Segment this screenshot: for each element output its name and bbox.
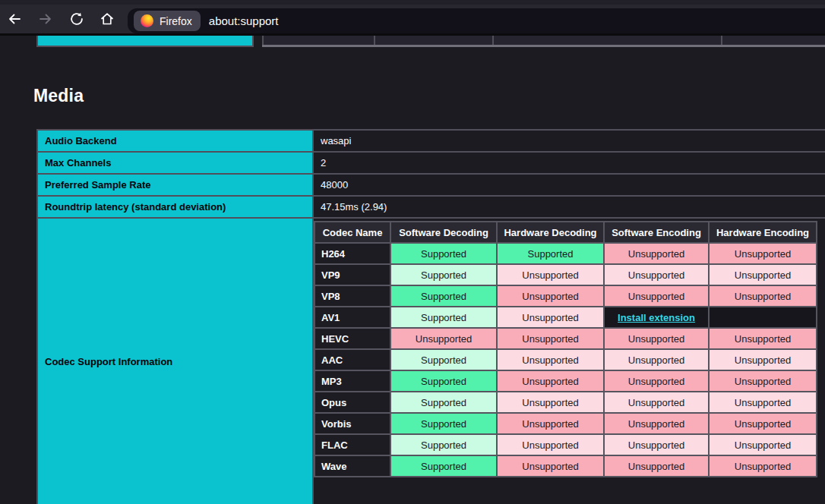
codec-name-cell: FLAC [315, 434, 390, 455]
codec-support-cell: Unsupported [390, 328, 497, 349]
codec-support-cell: Unsupported [709, 392, 817, 413]
codec-support-cell: Unsupported [604, 328, 709, 349]
codec-support-cell: Unsupported [497, 434, 604, 455]
codec-support-cell: Unsupported [604, 413, 709, 434]
codec-support-cell: Supported [497, 243, 604, 264]
media-info-row: Max Channels2 [37, 152, 825, 174]
codec-support-cell: Unsupported [497, 370, 604, 392]
media-info-row: Preferred Sample Rate48000 [37, 174, 825, 196]
previous-table-cell [374, 36, 492, 45]
codec-support-cell [709, 307, 817, 328]
codec-support-cell: Install extension [604, 307, 709, 328]
codec-support-cell: Supported [390, 349, 497, 370]
codec-support-cell: Unsupported [497, 392, 604, 413]
media-info-row: Roundtrip latency (standard deviation)47… [37, 196, 825, 218]
media-info-body: Audio BackendwasapiMax Channels2Preferre… [37, 130, 825, 504]
codec-name-cell: H264 [315, 243, 390, 264]
media-info-label: Roundtrip latency (standard deviation) [37, 196, 313, 218]
codec-name-cell: VP8 [315, 285, 390, 307]
codec-support-cell: Unsupported [709, 243, 817, 264]
codec-name-cell: Vorbis [315, 413, 390, 434]
forward-button[interactable] [34, 8, 57, 30]
previous-table-cell [721, 36, 825, 45]
codec-name-cell: AV1 [315, 307, 390, 328]
codec-support-cell: Supported [390, 264, 497, 285]
search-engine-label: Firefox [160, 15, 192, 27]
reload-button[interactable] [65, 8, 88, 30]
codec-row-flac: FLACSupportedUnsupportedUnsupportedUnsup… [315, 434, 817, 455]
codec-row-mp3: MP3SupportedUnsupportedUnsupportedUnsupp… [315, 370, 817, 392]
codec-support-cell: Unsupported [497, 455, 604, 477]
codec-table-header: Software Decoding [390, 222, 497, 243]
navigation-toolbar: Firefox about:support [0, 5, 825, 33]
home-button[interactable] [96, 8, 119, 30]
media-info-value: 47.15ms (2.94) [313, 196, 825, 218]
codec-row-vorbis: VorbisSupportedUnsupportedUnsupportedUns… [315, 413, 817, 434]
codec-table-header: Software Encoding [604, 222, 709, 243]
codec-row-h264: H264SupportedSupportedUnsupportedUnsuppo… [315, 243, 817, 264]
codec-support-table: Codec NameSoftware DecodingHardware Deco… [314, 221, 817, 477]
forward-arrow-icon [38, 11, 53, 27]
home-icon [100, 11, 115, 27]
codec-support-cell: Unsupported [497, 349, 604, 370]
codec-row-vp9: VP9SupportedUnsupportedUnsupportedUnsupp… [315, 264, 817, 285]
search-engine-chip[interactable]: Firefox [134, 11, 201, 31]
codec-support-cell: Unsupported [604, 455, 709, 477]
codec-support-cell: Unsupported [709, 285, 817, 307]
media-info-label: Max Channels [37, 152, 313, 174]
codec-support-row: Codec Support InformationCodec NameSoftw… [37, 218, 825, 504]
codec-support-cell: Unsupported [604, 370, 709, 392]
codec-support-cell: Unsupported [604, 243, 709, 264]
codec-support-cell: Unsupported [709, 455, 817, 477]
codec-name-cell: Opus [315, 392, 390, 413]
install-extension-link[interactable]: Install extension [618, 312, 695, 323]
codec-name-cell: Wave [315, 455, 390, 477]
codec-support-cell: Unsupported [604, 285, 709, 307]
codec-name-cell: VP9 [315, 264, 390, 285]
codec-name-cell: HEVC [315, 328, 390, 349]
codec-support-cell: Supported [390, 434, 497, 455]
codec-support-cell: Unsupported [709, 434, 817, 455]
codec-support-cell: Unsupported [604, 392, 709, 413]
codec-support-container: Codec NameSoftware DecodingHardware Deco… [313, 218, 825, 504]
codec-support-cell: Unsupported [709, 328, 817, 349]
codec-row-vp8: VP8SupportedUnsupportedUnsupportedUnsupp… [315, 285, 817, 307]
browser-window: Firefox about:support Media Audio Backen… [0, 0, 825, 504]
previous-table-cell [492, 36, 721, 45]
codec-support-label: Codec Support Information [37, 218, 313, 504]
section-heading-media: Media [33, 86, 84, 106]
codec-support-cell: Supported [390, 243, 497, 264]
codec-support-cell: Supported [390, 307, 497, 328]
codec-row-aac: AACSupportedUnsupportedUnsupportedUnsupp… [315, 349, 817, 370]
url-text: about:support [209, 14, 279, 27]
url-bar[interactable]: Firefox about:support [128, 8, 825, 33]
page-content: Media Audio BackendwasapiMax Channels2Pr… [0, 36, 825, 504]
codec-table-header: Codec Name [315, 222, 390, 243]
codec-support-cell: Unsupported [709, 264, 817, 285]
codec-support-cell: Unsupported [709, 370, 817, 392]
codec-support-cell: Unsupported [497, 264, 604, 285]
codec-support-cell: Supported [390, 455, 497, 477]
codec-support-cell: Unsupported [709, 413, 817, 434]
media-info-value: wasapi [313, 130, 825, 152]
media-info-value: 2 [313, 152, 825, 174]
codec-support-cell: Unsupported [497, 328, 604, 349]
back-button[interactable] [3, 8, 26, 30]
codec-row-opus: OpusSupportedUnsupportedUnsupportedUnsup… [315, 392, 817, 413]
codec-table-header: Hardware Encoding [709, 222, 817, 243]
media-info-table: Audio BackendwasapiMax Channels2Preferre… [36, 129, 825, 504]
codec-support-cell: Unsupported [604, 434, 709, 455]
codec-table-header-row: Codec NameSoftware DecodingHardware Deco… [315, 222, 817, 243]
previous-table-fragment-cells [262, 36, 825, 47]
previous-table-fragment-header [36, 36, 254, 47]
codec-support-cell: Unsupported [497, 285, 604, 307]
codec-support-cell: Unsupported [604, 349, 709, 370]
media-info-value: 48000 [313, 174, 825, 196]
media-info-label: Audio Backend [37, 130, 313, 152]
codec-table-header: Hardware Decoding [497, 222, 604, 243]
codec-name-cell: MP3 [315, 370, 390, 392]
codec-support-cell: Supported [390, 413, 497, 434]
codec-support-cell: Supported [390, 370, 497, 392]
codec-support-cell: Supported [390, 392, 497, 413]
codec-row-wave: WaveSupportedUnsupportedUnsupportedUnsup… [315, 455, 817, 477]
